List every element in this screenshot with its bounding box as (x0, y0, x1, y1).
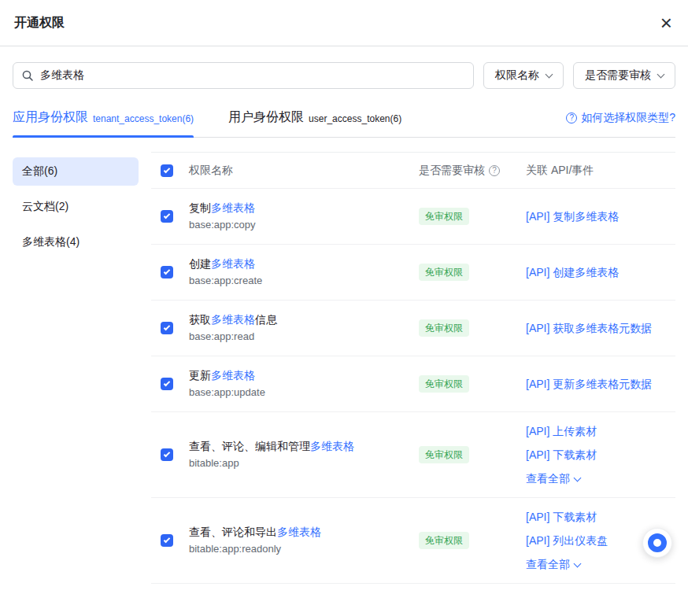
row-checkbox[interactable] (161, 534, 173, 547)
table-row: 查看、评论、编辑和管理多维表格 bitable:app 免审权限 [API] 上… (151, 412, 675, 498)
view-all-link[interactable]: 查看全部 (526, 556, 675, 572)
permission-name: 更新多维表格 (189, 367, 409, 384)
view-all-link[interactable]: 查看全部 (526, 470, 675, 486)
question-circle-icon: ? (566, 113, 577, 124)
permission-name: 复制多维表格 (189, 200, 409, 216)
check-icon (164, 451, 170, 457)
row-checkbox[interactable] (161, 448, 173, 461)
api-link[interactable]: [API] 复制多维表格 (526, 208, 675, 224)
page-title: 开通权限 (14, 15, 65, 31)
permission-name: 获取多维表格信息 (189, 312, 409, 328)
check-icon (164, 324, 170, 330)
permission-name-link[interactable]: 多维表格 (277, 526, 321, 538)
permission-name: 查看、评论、编辑和管理多维表格 (189, 438, 409, 455)
content-area: 全部(6) 云文档(2) 多维表格(4) 权限名称 是否需要审核 ? 关联 AP… (0, 138, 688, 584)
review-badge: 免审权限 (419, 375, 469, 393)
row-checkbox[interactable] (161, 210, 173, 223)
review-badge: 免审权限 (419, 264, 469, 281)
table-row: 查看、评论和导出多维表格 bitable:app:readonly 免审权限 [… (151, 498, 675, 584)
permission-code: bitable:app (189, 455, 409, 471)
row-checkbox[interactable] (161, 266, 173, 278)
permission-name-link[interactable]: 多维表格 (211, 201, 255, 214)
permission-code: base:app:update (189, 384, 409, 400)
category-sidebar: 全部(6) 云文档(2) 多维表格(4) (13, 152, 139, 264)
toolbar: 权限名称 是否需要审核 (0, 46, 688, 97)
permission-code: base:app:create (189, 272, 409, 289)
permission-code: base:app:read (189, 328, 409, 345)
search-input[interactable] (40, 69, 465, 82)
permission-name-link[interactable]: 多维表格 (211, 257, 255, 270)
tab-label: 用户身份权限 (228, 109, 304, 126)
table-header-row: 权限名称 是否需要审核 ? 关联 API/事件 (151, 153, 675, 189)
table-row: 获取多维表格信息 base:app:read 免审权限 [API] 获取多维表格… (151, 301, 675, 356)
api-link[interactable]: [API] 获取多维表格元数据 (526, 320, 675, 336)
sidebar-item-bitable[interactable]: 多维表格(4) (13, 228, 139, 256)
tab-label: 应用身份权限 (13, 109, 88, 126)
permission-name-link[interactable]: 多维表格 (211, 313, 255, 326)
api-link[interactable]: [API] 下载素材 (526, 509, 675, 525)
chevron-down-icon (574, 474, 582, 482)
review-badge: 免审权限 (419, 532, 469, 549)
api-link[interactable]: [API] 上传素材 (526, 423, 675, 439)
column-header-api: 关联 API/事件 (526, 164, 675, 178)
api-link[interactable]: [API] 创建多维表格 (526, 264, 675, 280)
close-icon[interactable]: × (659, 13, 674, 33)
search-icon (21, 69, 34, 82)
tabs-bar: 应用身份权限 tenant_access_token(6) 用户身份权限 use… (13, 98, 675, 138)
sidebar-item-cloud-docs[interactable]: 云文档(2) (13, 193, 139, 221)
search-box[interactable] (13, 62, 474, 89)
api-link[interactable]: [API] 更新多维表格元数据 (526, 376, 675, 392)
dialog-header: 开通权限 × (0, 0, 688, 46)
select-all-checkbox[interactable] (161, 164, 173, 177)
check-icon (164, 166, 170, 172)
table-row: 复制多维表格 base:app:copy 免审权限 [API] 复制多维表格 (151, 189, 675, 245)
permission-name: 创建多维表格 (189, 256, 409, 272)
sidebar-item-label: 云文档(2) (22, 200, 68, 214)
check-icon (164, 537, 170, 543)
question-circle-icon[interactable]: ? (489, 165, 500, 176)
permission-name-link[interactable]: 多维表格 (310, 440, 354, 452)
filter-review-required-label: 是否需要审核 (585, 68, 651, 83)
permission-code: bitable:app:readonly (189, 540, 409, 557)
table-row: 更新多维表格 base:app:update 免审权限 [API] 更新多维表格… (151, 356, 675, 412)
chevron-down-icon (546, 70, 553, 78)
permission-name-link[interactable]: 多维表格 (211, 369, 255, 382)
row-checkbox[interactable] (161, 322, 173, 334)
help-link[interactable]: ? 如何选择权限类型? (566, 111, 675, 125)
column-header-name: 权限名称 (189, 164, 419, 178)
row-checkbox[interactable] (161, 378, 173, 390)
review-badge: 免审权限 (419, 446, 469, 463)
sidebar-item-label: 多维表格(4) (22, 235, 80, 249)
chevron-down-icon (574, 560, 582, 568)
check-icon (164, 212, 170, 219)
tab-sublabel: user_access_token(6) (309, 113, 401, 124)
table-row: 创建多维表格 base:app:create 免审权限 [API] 创建多维表格 (151, 245, 675, 301)
tab-sublabel: tenant_access_token(6) (93, 113, 194, 124)
filter-review-required[interactable]: 是否需要审核 (573, 62, 675, 89)
filter-permission-name-label: 权限名称 (495, 68, 539, 83)
tab-tenant-access-token[interactable]: 应用身份权限 tenant_access_token(6) (13, 98, 194, 137)
column-header-review-label: 是否需要审核 (419, 164, 485, 178)
tab-user-access-token[interactable]: 用户身份权限 user_access_token(6) (228, 98, 401, 137)
assistant-icon (648, 533, 667, 552)
check-icon (164, 380, 170, 386)
chevron-down-icon (657, 70, 665, 78)
assistant-button[interactable] (642, 528, 672, 558)
api-link[interactable]: [API] 下载素材 (526, 447, 675, 463)
filter-permission-name[interactable]: 权限名称 (483, 62, 564, 89)
review-badge: 免审权限 (419, 208, 469, 225)
column-header-review: 是否需要审核 ? (419, 164, 526, 178)
permission-name: 查看、评论和导出多维表格 (189, 524, 409, 540)
sidebar-item-label: 全部(6) (22, 164, 57, 179)
permission-table: 权限名称 是否需要审核 ? 关联 API/事件 复制多维表格 base:app:… (151, 152, 675, 584)
permission-code: base:app:copy (189, 216, 409, 233)
sidebar-item-all[interactable]: 全部(6) (13, 157, 139, 186)
check-icon (164, 268, 170, 275)
review-badge: 免审权限 (419, 319, 469, 337)
help-link-label: 如何选择权限类型? (581, 111, 675, 125)
